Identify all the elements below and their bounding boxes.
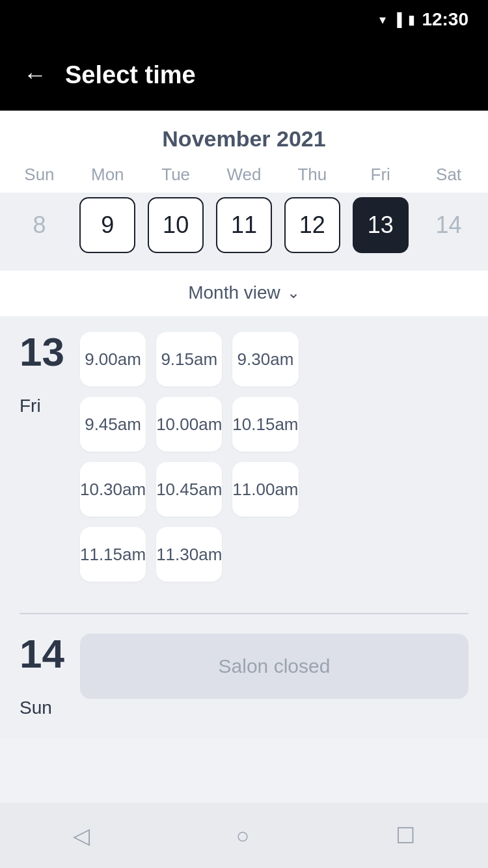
- time-slot-1030am[interactable]: 10.30am: [80, 462, 146, 517]
- date-cell-8: 8: [5, 193, 74, 258]
- date-cell-14: 14: [414, 193, 483, 258]
- weekday-tue: Tue: [142, 165, 210, 185]
- time-slots-grid-13: 9.00am 9.15am 9.30am 9.45am 10.00am 10.1…: [80, 332, 299, 582]
- day-number-13: 13 Fri: [20, 332, 64, 416]
- status-icons: ▾ ▐ ▮ 12:30: [379, 9, 468, 30]
- weekday-sun: Sun: [5, 165, 74, 185]
- weekdays-row: Sun Mon Tue Wed Thu Fri Sat: [0, 165, 488, 193]
- salon-closed-label: Salon closed: [219, 655, 331, 677]
- month-view-label: Month view: [188, 282, 280, 303]
- dates-row: 8 9 10 11 12 13 14: [0, 193, 488, 271]
- date-cell-12: 12: [278, 193, 346, 258]
- back-nav-icon: ◁: [73, 822, 90, 848]
- day-number-14: 14: [20, 634, 64, 674]
- time-slot-930am[interactable]: 9.30am: [232, 332, 298, 387]
- salon-closed-row: 14 Sun Salon closed: [20, 634, 468, 718]
- date-button-12[interactable]: 12: [284, 197, 340, 253]
- calendar-section: November 2021 Sun Mon Tue Wed Thu Fri Sa…: [0, 111, 488, 316]
- nav-recents-button[interactable]: ☐: [396, 822, 415, 848]
- time-slot-1130am[interactable]: 11.30am: [156, 527, 222, 582]
- time-slot-1115am[interactable]: 11.15am: [80, 527, 146, 582]
- signal-icon: ▐: [392, 12, 401, 27]
- day-divider: [20, 613, 468, 614]
- calendar-month: November 2021: [0, 126, 488, 165]
- time-slot-1100am[interactable]: 11.00am: [232, 462, 298, 517]
- weekday-fri: Fri: [346, 165, 414, 185]
- page-title: Select time: [65, 61, 196, 89]
- nav-home-button[interactable]: ○: [236, 823, 250, 848]
- header: ← Select time: [0, 39, 488, 111]
- recents-nav-icon: ☐: [396, 822, 415, 848]
- weekday-sat: Sat: [414, 165, 483, 185]
- status-time: 12:30: [422, 9, 468, 30]
- date-cell-11: 11: [210, 193, 278, 258]
- date-button-13[interactable]: 13: [353, 197, 409, 253]
- back-button[interactable]: ←: [23, 63, 47, 87]
- date-cell-9: 9: [74, 193, 142, 258]
- day-header-14: 14 Sun: [20, 634, 64, 718]
- nav-back-button[interactable]: ◁: [73, 822, 90, 848]
- date-cell-10: 10: [142, 193, 210, 258]
- date-button-8[interactable]: 8: [11, 197, 67, 253]
- status-bar: ▾ ▐ ▮ 12:30: [0, 0, 488, 39]
- day-name-sun: Sun: [20, 698, 64, 718]
- day-header-13: 13 Fri 9.00am 9.15am 9.30am 9.45am 10.00…: [20, 332, 468, 582]
- time-slot-1015am[interactable]: 10.15am: [232, 397, 298, 452]
- date-button-11[interactable]: 11: [216, 197, 272, 253]
- date-button-9[interactable]: 9: [79, 197, 135, 253]
- battery-icon: ▮: [408, 12, 415, 27]
- chevron-down-icon: ⌄: [287, 284, 300, 302]
- time-slot-1045am[interactable]: 10.45am: [156, 462, 222, 517]
- day-section-14: 14 Sun Salon closed: [20, 634, 468, 738]
- weekday-wed: Wed: [210, 165, 278, 185]
- slots-section: 13 Fri 9.00am 9.15am 9.30am 9.45am 10.00…: [0, 316, 488, 738]
- date-cell-13: 13: [346, 193, 414, 258]
- date-button-14[interactable]: 14: [421, 197, 477, 253]
- weekday-mon: Mon: [74, 165, 142, 185]
- salon-closed-box: Salon closed: [80, 634, 468, 699]
- wifi-icon: ▾: [379, 12, 386, 27]
- home-nav-icon: ○: [236, 823, 250, 848]
- date-button-10[interactable]: 10: [148, 197, 204, 253]
- time-slot-900am[interactable]: 9.00am: [80, 332, 146, 387]
- bottom-nav: ◁ ○ ☐: [0, 803, 488, 868]
- time-slot-945am[interactable]: 9.45am: [80, 397, 146, 452]
- month-view-toggle[interactable]: Month view ⌄: [0, 271, 488, 316]
- day-name-fri: Fri: [20, 396, 64, 416]
- weekday-thu: Thu: [278, 165, 346, 185]
- time-slot-1000am[interactable]: 10.00am: [156, 397, 222, 452]
- time-slot-915am[interactable]: 9.15am: [156, 332, 222, 387]
- day-section-13: 13 Fri 9.00am 9.15am 9.30am 9.45am 10.00…: [20, 332, 468, 613]
